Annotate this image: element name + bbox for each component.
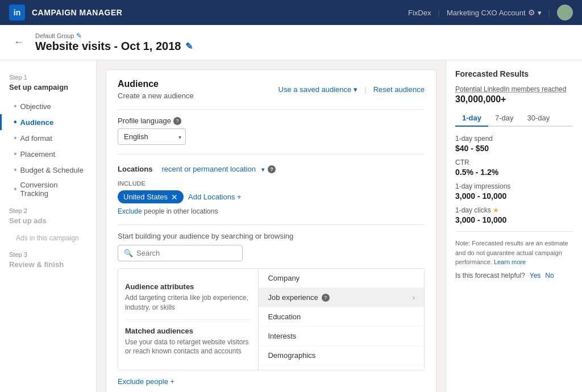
ctr-value: 0.5% - 1.2%	[455, 168, 573, 177]
impressions-metric: 1-day impressions 3,000 - 10,000	[455, 182, 573, 201]
marketing-account[interactable]: Marketing CXO Account ⚙ ▾	[447, 8, 542, 17]
sidebar-item-conversion[interactable]: Conversion Tracking	[0, 178, 96, 201]
browse-item-interests[interactable]: Interests	[259, 327, 424, 346]
forecast-note: Note: Forecasted results are an estimate…	[455, 239, 573, 267]
remove-location-button[interactable]: ✕	[171, 193, 178, 201]
language-select[interactable]: English French German Spanish	[118, 128, 186, 145]
audience-attributes-desc: Add targeting criteria like job experien…	[125, 293, 251, 312]
search-box: 🔍	[118, 245, 243, 261]
right-panel: Forecasted Results Potential LinkedIn me…	[446, 60, 582, 392]
use-saved-audience-button[interactable]: Use a saved audience ▾	[278, 85, 358, 94]
spend-label: 1-day spend	[455, 135, 573, 143]
tab-7day[interactable]: 7-day	[488, 110, 521, 127]
add-locations-button[interactable]: Add Locations +	[188, 193, 242, 201]
exclude-locations-row: Exclude people in other locations	[118, 207, 425, 215]
back-button[interactable]: ←	[11, 34, 26, 51]
matched-audiences-title: Matched audiences	[125, 327, 251, 335]
chevron-right-icon: ›	[413, 294, 415, 302]
clicks-label: 1-day clicks ★	[455, 206, 573, 214]
exclude-link[interactable]: Exclude	[118, 207, 142, 215]
browse-right-panel: Company Job experience ? › Education Int…	[259, 269, 424, 370]
sidebar-item-ads[interactable]: Ads in this campaign	[0, 232, 96, 244]
potential-members-metric: Potential LinkedIn members reached 30,00…	[455, 85, 573, 105]
linkedin-logo: in	[9, 5, 25, 20]
top-navigation: in CAMPAIGN MANAGER FixDex | Marketing C…	[0, 0, 582, 25]
sidebar: Step 1 Set up campaign Objective Audienc…	[0, 60, 97, 392]
user-avatar[interactable]	[557, 5, 573, 20]
location-type-select[interactable]: recent or permanent location permanent l…	[156, 161, 264, 177]
ctr-metric: CTR 0.5% - 1.2%	[455, 159, 573, 177]
forecast-title: Forecasted Results	[455, 69, 573, 78]
spend-metric: 1-day spend $40 - $50	[455, 135, 573, 153]
breadcrumb-edit-icon[interactable]: ✎	[76, 32, 82, 40]
clicks-value: 3,000 - 10,000	[455, 215, 573, 224]
step2-label: Step 2	[9, 207, 87, 214]
browse-item-education[interactable]: Education	[259, 307, 424, 327]
search-icon: 🔍	[124, 249, 133, 257]
profile-language-help-icon[interactable]: ?	[173, 117, 181, 125]
start-building-label: Start building your audience by searchin…	[118, 232, 425, 240]
language-select-wrapper: English French German Spanish ▾	[118, 128, 186, 145]
nav-divider-3: |	[364, 85, 366, 94]
yes-button[interactable]: Yes	[530, 272, 541, 280]
browse-left-panel: Audience attributes Add targeting criter…	[118, 269, 259, 370]
search-section: Start building your audience by searchin…	[118, 232, 425, 261]
create-new-label: Create a new audience	[118, 91, 194, 100]
audience-section-title: Audience	[118, 79, 194, 89]
clicks-metric: 1-day clicks ★ 3,000 - 10,000	[455, 206, 573, 224]
profile-language-section: Profile language ? English French German…	[118, 116, 425, 145]
browse-item-demographics[interactable]: Demographics	[259, 346, 424, 365]
tab-30day[interactable]: 30-day	[521, 110, 557, 127]
impressions-label: 1-day impressions	[455, 182, 573, 190]
star-icon: ★	[493, 206, 499, 214]
step2-title: Set up ads	[9, 216, 87, 225]
nav-divider-2: |	[548, 9, 550, 17]
audience-card: Audience Create a new audience Use a sav…	[106, 69, 436, 392]
step1-label: Step 1	[9, 74, 87, 81]
profile-language-label: Profile language ?	[118, 116, 425, 125]
job-experience-help-icon[interactable]: ?	[322, 294, 330, 302]
content-area: Audience Create a new audience Use a sav…	[97, 60, 446, 392]
sidebar-item-placement[interactable]: Placement	[0, 146, 96, 162]
chevron-down-icon: ▾	[354, 85, 357, 94]
helpful-row: Is this forecast helpful? Yes No	[455, 272, 573, 280]
locations-label: Locations recent or permanent location p…	[118, 161, 425, 177]
reset-audience-button[interactable]: Reset audience	[373, 85, 425, 94]
spend-value: $40 - $50	[455, 144, 573, 153]
page-header: ← Default Group ✎ Website visits - Oct 1…	[0, 25, 582, 60]
exclude-text: people in other locations	[144, 207, 218, 215]
audience-attributes-title: Audience attributes	[125, 282, 251, 291]
step1-title: Set up campaign	[9, 83, 87, 91]
audience-attributes-section: Audience attributes Add targeting criter…	[125, 276, 251, 320]
matched-audiences-desc: Use your data to retarget website visito…	[125, 337, 251, 357]
app-title: CAMPAIGN MANAGER	[32, 8, 122, 17]
title-edit-icon[interactable]: ✎	[185, 41, 193, 52]
ctr-label: CTR	[455, 159, 573, 166]
step3-title: Review & finish	[9, 260, 87, 269]
day-tabs: 1-day 7-day 30-day	[455, 110, 573, 127]
no-button[interactable]: No	[545, 272, 554, 280]
step3-label: Step 3	[9, 251, 87, 258]
search-input[interactable]	[136, 249, 236, 257]
sidebar-item-adformat[interactable]: Ad format	[0, 130, 96, 146]
potential-members-value: 30,000,000+	[455, 94, 573, 105]
nav-divider: |	[438, 9, 439, 17]
potential-members-label: Potential LinkedIn members reached	[455, 85, 573, 93]
audience-browse-panel: Audience attributes Add targeting criter…	[118, 268, 425, 370]
exclude-people-button[interactable]: Exclude people +	[118, 377, 425, 386]
page-title: Website visits - Oct 1, 2018 ✎	[35, 40, 193, 53]
tab-1day[interactable]: 1-day	[455, 110, 488, 127]
sidebar-item-budget[interactable]: Budget & Schedule	[0, 162, 96, 178]
location-help-icon[interactable]: ?	[268, 165, 276, 173]
matched-audiences-section: Matched audiences Use your data to retar…	[125, 320, 251, 364]
account-name[interactable]: FixDex	[408, 9, 431, 17]
locations-section: Locations recent or permanent location p…	[118, 161, 425, 215]
browse-item-company[interactable]: Company	[259, 269, 424, 288]
sidebar-item-objective[interactable]: Objective	[0, 98, 96, 114]
impressions-value: 3,000 - 10,000	[455, 191, 573, 201]
browse-item-job-experience[interactable]: Job experience ? ›	[259, 288, 424, 307]
gear-icon[interactable]: ⚙	[528, 8, 535, 17]
sidebar-item-audience[interactable]: Audience	[0, 114, 96, 130]
chevron-down-icon: ▾	[538, 9, 542, 17]
forecast-learn-more-link[interactable]: Learn more	[494, 258, 526, 265]
